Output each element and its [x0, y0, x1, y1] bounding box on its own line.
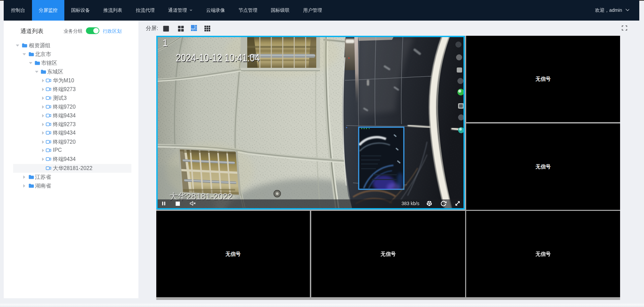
svg-text:2024-10-12 10:41:04: 2024-10-12 10:41:04 — [176, 52, 260, 64]
svg-text:383 kb/s: 383 kb/s — [401, 201, 419, 206]
svg-text:1: 1 — [162, 37, 168, 48]
